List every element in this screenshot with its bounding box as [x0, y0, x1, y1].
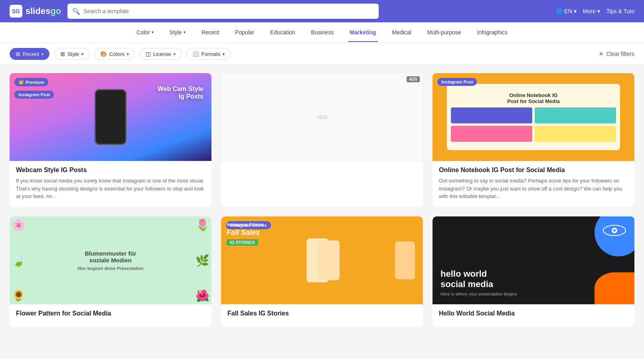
notebook-badge: Instagram Post	[437, 78, 477, 86]
template-thumb-fallsales: Instagram Stories Fall Sales IG STORIES …	[221, 216, 423, 304]
notebook-title-text: Online Notebook IGPost for Social Media	[507, 92, 559, 104]
chevron-icon: ▾	[81, 52, 83, 56]
hw-orange	[595, 272, 634, 304]
template-card-fallsales[interactable]: Instagram Stories Fall Sales IG STORIES …	[221, 216, 423, 327]
template-thumb-flower: 🌸 🌷 🌻 🌺 🍃 🌿 Blumenmuster fürsoziale Medi…	[10, 216, 211, 304]
filter-formats[interactable]: ⬜ Formats ▾	[186, 48, 231, 60]
search-bar: 🔍	[67, 4, 379, 19]
fallsales-header-text: Instagram Stories Fall Sales IG STORIES	[227, 222, 264, 246]
template-info-flower: Flower Pattern for Social Media	[10, 304, 211, 327]
nav-recent[interactable]: Recent	[200, 24, 221, 42]
notebook-cell-2	[535, 107, 616, 123]
nav-infographics[interactable]: Infographics	[476, 24, 509, 42]
notebook-visual: Online Notebook IGPost for Social Media	[433, 73, 634, 161]
ad-visual: ADS	[221, 73, 423, 161]
premium-badge: 👑 Premium	[14, 78, 48, 86]
helloworld-main-text: hello world social media	[441, 269, 493, 290]
nav-marketing[interactable]: Marketing	[348, 24, 377, 42]
template-title-flower: Flower Pattern for Social Media	[16, 310, 205, 317]
flower-deco-tl: 🌸	[12, 218, 26, 232]
search-input[interactable]	[83, 8, 374, 14]
more-button[interactable]: More ▾	[583, 8, 600, 14]
template-thumb-ad: ADS ADS	[221, 73, 423, 161]
logo-icon: SG	[10, 5, 22, 18]
tips-button[interactable]: Tips & Tuto	[606, 8, 634, 14]
flower-center-text: Blumenmuster fürsoziale Medien Hier begi…	[77, 250, 144, 271]
template-card-ad: ADS ADS	[221, 73, 423, 207]
template-title-helloworld: Hello World Social Media	[439, 310, 628, 317]
template-grid: Web Cam StyleIg Posts 👑 Premium Instagra…	[10, 73, 634, 327]
main-content: Web Cam StyleIg Posts 👑 Premium Instagra…	[0, 65, 644, 335]
webcam-phone-graphic	[95, 89, 126, 145]
fallsales-phone-2	[318, 240, 340, 280]
ads-label: ADS	[317, 114, 328, 120]
flower-deco-tr: 🌷	[196, 218, 209, 232]
crown-icon: 👑	[18, 79, 24, 85]
flower-deco-ml: 🍃	[12, 254, 26, 267]
webcam-visual: Web Cam StyleIg Posts	[10, 73, 211, 161]
template-card-notebook[interactable]: Online Notebook IGPost for Social Media …	[433, 73, 634, 207]
search-icon: 🔍	[72, 8, 80, 15]
template-info-webcam: Webcam Style IG Posts If you know social…	[10, 161, 211, 207]
webcam-overlay-text: Web Cam StyleIg Posts	[158, 85, 203, 100]
instagram-post-badge: Instagram Post	[14, 91, 54, 99]
filter-bar: ⊞ Recent ▾ ⊞ Style ▾ 🎨 Colors ▾ ◫ Licens…	[0, 43, 644, 65]
logo-text: slidesgo	[26, 6, 61, 16]
nav-bar: Color ▾ Style ▾ Recent Popular Education…	[0, 22, 644, 43]
chevron-icon: ▾	[41, 52, 43, 56]
filter-style[interactable]: ⊞ Style ▾	[54, 48, 89, 60]
template-info-fallsales: Fall Sales IG Stories	[221, 304, 423, 327]
helloworld-visual: hello world social media Here is where y…	[433, 216, 634, 304]
nav-multipurpose[interactable]: Multi-purpose	[426, 24, 463, 42]
ads-badge: ADS	[407, 76, 420, 82]
template-card-flower[interactable]: 🌸 🌷 🌻 🌺 🍃 🌿 Blumenmuster fürsoziale Medi…	[10, 216, 211, 327]
notebook-content: Online Notebook IGPost for Social Media	[447, 84, 620, 151]
template-card-helloworld[interactable]: hello world social media Here is where y…	[433, 216, 634, 327]
template-thumb-webcam: Web Cam StyleIg Posts 👑 Premium Instagra…	[10, 73, 211, 161]
flower-deco-br: 🌺	[196, 289, 209, 302]
nav-business[interactable]: Business	[310, 24, 336, 42]
chevron-icon: ▾	[127, 52, 129, 56]
template-title-fallsales: Fall Sales IG Stories	[227, 310, 417, 317]
template-info-notebook: Online Notebook IG Post for Social Media…	[433, 161, 634, 207]
fallsales-phone-3	[395, 241, 415, 279]
template-thumb-notebook: Online Notebook IGPost for Social Media …	[433, 73, 634, 161]
template-thumb-helloworld: hello world social media Here is where y…	[433, 216, 634, 304]
nav-color[interactable]: Color ▾	[135, 24, 155, 42]
language-selector[interactable]: 🌐 EN ▾	[556, 8, 576, 14]
nav-popular[interactable]: Popular	[233, 24, 256, 42]
flower-deco-bl: 🌻	[12, 289, 26, 302]
logo[interactable]: SG slidesgo	[10, 5, 61, 18]
flower-deco-mr: 🌿	[196, 254, 209, 267]
nav-style[interactable]: Style ▾	[168, 24, 187, 42]
chevron-icon: ▾	[184, 30, 186, 34]
chevron-icon: ▾	[223, 52, 225, 56]
header-right: 🌐 EN ▾ More ▾ Tips & Tuto	[556, 8, 634, 14]
hw-circle	[595, 216, 634, 256]
notebook-grid	[451, 107, 616, 142]
notebook-cell-1	[451, 107, 532, 123]
svg-point-2	[613, 229, 616, 232]
header: SG slidesgo 🔍 🌐 EN ▾ More ▾ Tips & Tuto	[0, 0, 644, 22]
template-title-webcam: Webcam Style IG Posts	[16, 167, 205, 174]
filter-license[interactable]: ◫ License ▾	[140, 48, 182, 60]
template-desc-notebook: Got something to say in social media? Pe…	[439, 177, 628, 200]
template-title-notebook: Online Notebook IG Post for Social Media	[439, 167, 628, 174]
chevron-icon: ▾	[152, 30, 154, 34]
filter-recent[interactable]: ⊞ Recent ▾	[10, 48, 49, 60]
fallsales-visual: Instagram Stories Fall Sales IG STORIES	[221, 216, 423, 304]
template-desc-webcam: If you know social media you surely know…	[16, 177, 205, 200]
eye-icon	[603, 224, 626, 236]
template-info-helloworld: Hello World Social Media	[433, 304, 634, 327]
notebook-cell-3	[451, 126, 532, 142]
nav-education[interactable]: Education	[269, 24, 296, 42]
notebook-cell-4	[535, 126, 616, 142]
close-icon: ✕	[599, 51, 604, 57]
ig-stories-badge: IG STORIES	[227, 239, 258, 246]
chevron-icon: ▾	[174, 52, 176, 56]
nav-medical[interactable]: Medical	[391, 24, 413, 42]
helloworld-sub-text: Here is where your presentation begins	[441, 292, 517, 296]
filter-colors[interactable]: 🎨 Colors ▾	[94, 48, 135, 60]
template-card-webcam[interactable]: Web Cam StyleIg Posts 👑 Premium Instagra…	[10, 73, 211, 207]
clear-filters-button[interactable]: ✕ Clear filters	[599, 51, 634, 57]
